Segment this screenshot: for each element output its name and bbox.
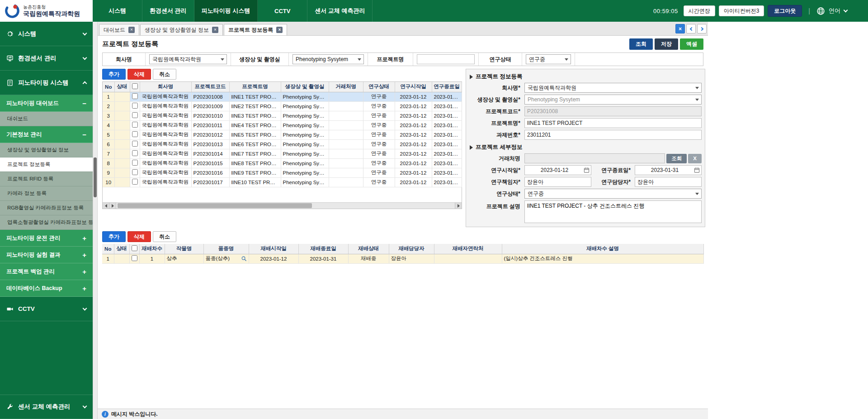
scroll-left-button[interactable]: [103, 203, 109, 209]
client-clear-button[interactable]: X: [688, 154, 702, 163]
sidebar-section-phenotyping-dashboard[interactable]: 피노타이핑 대쉬보드−: [0, 95, 93, 112]
sidebar-item-phenotyping-system[interactable]: 피노타이핑 시스템: [0, 71, 93, 95]
prev-tab-button[interactable]: [686, 24, 696, 33]
task-number-input[interactable]: [524, 130, 702, 140]
vertical-scrollbar[interactable]: [93, 22, 98, 419]
top-menu-phenotyping[interactable]: 피노타이핑 시스템: [194, 0, 258, 22]
row-checkbox[interactable]: [132, 255, 137, 261]
sidebar-section-basic-info[interactable]: 기본정보 관리−: [0, 126, 93, 143]
project-row-10[interactable]: 10국립원예특작과학원P202301017lINE10 TEST PROJECT…: [103, 177, 462, 187]
logo[interactable]: 농촌진흥청 국립원예특작과학원: [0, 0, 93, 22]
sidebar-item-chlorophyll-camera-coord[interactable]: 엽록소형광촬영실 카메라좌표정보 등록: [0, 215, 93, 230]
research-manager-input[interactable]: [635, 177, 702, 187]
project-row-7[interactable]: 7국립원예특작과학원P202301014lINE7 TEST PROJECTPh…: [103, 149, 462, 158]
research-start-date-input[interactable]: [524, 165, 591, 175]
extend-time-button[interactable]: 시간연장: [684, 5, 715, 16]
sidebar-section-experiment-result[interactable]: 피노타이핑 실험 결과+: [0, 247, 93, 263]
crop-cancel-button[interactable]: 취소: [153, 231, 176, 242]
horizontal-scrollbar-thumb[interactable]: [118, 203, 312, 208]
project-row-4[interactable]: 4국립원예특작과학원P202301011lINE4 TEST PROJECTPh…: [103, 120, 462, 130]
scroll-right-end-button[interactable]: [455, 203, 462, 209]
version-button[interactable]: 아이티컨버전3: [719, 5, 764, 16]
row-checkbox[interactable]: [132, 169, 138, 175]
sidebar-item-sensor-replace[interactable]: 센서 교체 예측관리: [0, 395, 93, 419]
crop-select-all-checkbox[interactable]: [132, 245, 137, 251]
row-checkbox[interactable]: [132, 179, 138, 185]
tab-dashboard[interactable]: 대쉬보드×: [99, 24, 139, 35]
project-row-2[interactable]: 2국립원예특작과학원P202301009lINE2 TEST PROJECTPh…: [103, 101, 462, 111]
project-row-1[interactable]: 1국립원예특작과학원P202301008lINE1 TEST PROJECTPh…: [103, 92, 462, 101]
row-checkbox[interactable]: [132, 160, 138, 166]
calendar-icon[interactable]: [694, 167, 700, 173]
filter-select-research-status[interactable]: 연구중: [526, 54, 571, 64]
sidebar-section-database-backup[interactable]: 데이타베이스 Backup+: [0, 280, 93, 297]
sidebar-item-rgb-camera-coord[interactable]: RGB촬영실 카메라좌표정보 등록: [0, 201, 93, 215]
globe-icon[interactable]: [816, 7, 825, 15]
row-checkbox[interactable]: [132, 112, 138, 118]
sidebar-item-camera-info[interactable]: 카메라 정보 등록: [0, 186, 93, 201]
project-row-3[interactable]: 3국립원예특작과학원P202301010lINE3 TEST PROJECTPh…: [103, 111, 462, 120]
sidebar-item-cctv[interactable]: CCTV: [0, 297, 93, 321]
scroll-right-button[interactable]: [109, 203, 116, 209]
top-menu-cctv[interactable]: CCTV: [258, 0, 307, 22]
sidebar-item-dashboard[interactable]: 대쉬보드: [0, 112, 93, 126]
row-checkbox[interactable]: [132, 131, 138, 137]
close-tab-icon[interactable]: ×: [128, 27, 135, 33]
project-name-input[interactable]: [524, 118, 702, 128]
row-checkbox-cell: [130, 177, 140, 187]
project-row-8[interactable]: 8국립원예특작과학원P202301015lINE8 TEST PROJECTPh…: [103, 158, 462, 168]
tab-growth-room-info[interactable]: 생장상 및 영상촬영실 정보×: [140, 24, 223, 35]
project-add-button[interactable]: 추가: [102, 69, 126, 80]
row-checkbox[interactable]: [132, 103, 138, 109]
sidebar-item-project-rfid[interactable]: 프로젝트 RFID 등록: [0, 172, 93, 186]
sidebar-item-env-sensor[interactable]: 환경센서 관리: [0, 46, 93, 71]
client-search-button[interactable]: 조회: [666, 154, 687, 163]
room-select[interactable]: Phenotyping Sysytem: [524, 95, 702, 105]
project-cancel-button[interactable]: 취소: [153, 69, 176, 80]
close-all-tabs-button[interactable]: ×: [675, 24, 685, 33]
save-button[interactable]: 저장: [655, 38, 678, 50]
top-menu-system[interactable]: 시스템: [93, 0, 142, 22]
top-menu-env-sensor[interactable]: 환경센서 관리: [142, 0, 194, 22]
project-row-6[interactable]: 6국립원예특작과학원P202301013lINE6 TEST PROJECTPh…: [103, 139, 462, 149]
sidebar-item-project-info[interactable]: 프로젝트 정보등록: [0, 157, 93, 172]
search-button[interactable]: 조회: [629, 38, 653, 50]
sidebar-section-project-backup[interactable]: 프로젝트 백업 관리+: [0, 263, 93, 280]
calendar-icon[interactable]: [584, 167, 590, 173]
research-status-select[interactable]: 연구중: [524, 189, 702, 199]
top-menu-sensor-replace[interactable]: 센서 교체 예측관리: [307, 0, 373, 22]
close-tab-icon[interactable]: ×: [212, 27, 218, 33]
crop-add-button[interactable]: 추가: [102, 231, 126, 242]
project-select-all-checkbox[interactable]: [132, 83, 138, 89]
language-chevron-down-icon[interactable]: [844, 8, 848, 13]
row-checkbox[interactable]: [132, 150, 138, 156]
tab-project-info[interactable]: 프로젝트 정보등록×: [224, 24, 287, 35]
company-select[interactable]: 국립원예특작과학원: [524, 83, 702, 93]
filter-input-project-name[interactable]: [417, 54, 475, 64]
horizontal-scrollbar[interactable]: [103, 202, 462, 209]
research-end-date-input[interactable]: [635, 165, 702, 175]
crop-row-1[interactable]: 11상추품종(상추)2023-01-122023-01-31재배중장윤아(일시)…: [102, 254, 703, 263]
excel-button[interactable]: 엑셀: [680, 38, 703, 50]
close-tab-icon[interactable]: ×: [276, 27, 283, 33]
research-leader-input[interactable]: [524, 177, 591, 187]
search-magnifier-icon[interactable]: [241, 256, 247, 262]
sidebar-item-system[interactable]: 시스템: [0, 22, 93, 46]
sidebar-item-growth-room-info[interactable]: 생장상 및 영상촬영실 정보: [0, 143, 93, 157]
row-checkbox[interactable]: [132, 122, 138, 128]
language-label[interactable]: 언어: [829, 7, 840, 15]
next-tab-button[interactable]: [697, 24, 707, 33]
project-description-textarea[interactable]: lINE1 TEST PROJECT - 상추 건조스트레스 진행: [524, 200, 702, 223]
crop-delete-button[interactable]: 삭제: [127, 231, 151, 242]
sidebar-section-operation-mgmt[interactable]: 피노타이핑 운전 관리+: [0, 230, 93, 247]
project-row-9[interactable]: 9국립원예특작과학원P202301016lINE9 TEST PROJECTPh…: [103, 168, 462, 177]
room-cell: Phenotyping Sysytem: [281, 92, 329, 101]
project-delete-button[interactable]: 삭제: [127, 69, 151, 80]
logout-button[interactable]: 로그아웃: [768, 5, 802, 17]
vertical-scrollbar-thumb[interactable]: [94, 157, 97, 197]
filter-select-room[interactable]: Phenotyping Sysytem: [292, 54, 364, 64]
project-row-5[interactable]: 5국립원예특작과학원P202301012lINE5 TEST PROJECTPh…: [103, 130, 462, 139]
row-checkbox[interactable]: [132, 141, 138, 147]
row-checkbox[interactable]: [132, 93, 138, 99]
filter-select-company[interactable]: 국립원예특작과학원: [149, 54, 227, 64]
